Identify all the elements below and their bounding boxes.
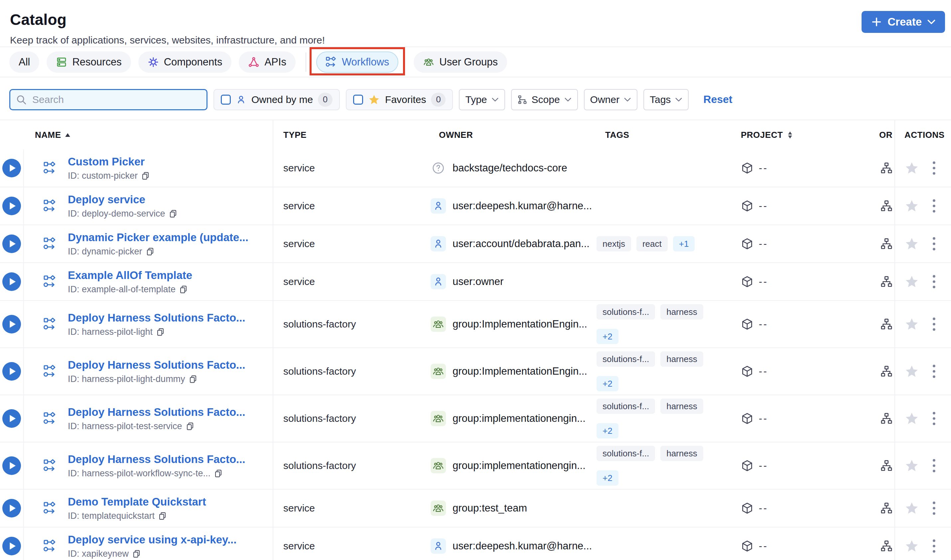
copy-id-icon[interactable] <box>179 285 188 294</box>
tags-dropdown[interactable]: Tags <box>644 89 689 110</box>
workflow-name-link[interactable]: Deploy Harness Solutions Facto... <box>68 358 245 372</box>
row-menu-icon[interactable] <box>932 539 936 553</box>
search-input[interactable] <box>32 94 201 106</box>
tag-more-pill[interactable]: +2 <box>596 470 619 486</box>
favorite-star-icon[interactable] <box>905 237 919 251</box>
favorites-checkbox[interactable] <box>353 95 363 105</box>
workflow-name-link[interactable]: Custom Picker <box>68 155 150 168</box>
workflow-id: ID: example-all-of-template <box>68 284 176 295</box>
workflow-name-link[interactable]: Deploy Harness Solutions Facto... <box>68 406 245 419</box>
copy-id-icon[interactable] <box>214 469 223 478</box>
scope-dropdown[interactable]: Scope <box>511 89 578 110</box>
run-workflow-button[interactable] <box>2 456 21 475</box>
type-value: service <box>283 276 315 287</box>
tag-more-pill[interactable]: +2 <box>596 423 619 438</box>
row-menu-icon[interactable] <box>932 501 936 515</box>
tab-components[interactable]: Components <box>138 51 232 73</box>
row-menu-icon[interactable] <box>932 275 936 289</box>
row-menu-icon[interactable] <box>932 237 936 251</box>
run-workflow-button[interactable] <box>2 499 21 517</box>
favorite-star-icon[interactable] <box>905 274 919 289</box>
workflow-name-link[interactable]: Deploy service <box>68 193 178 206</box>
row-menu-icon[interactable] <box>932 412 936 426</box>
org-hierarchy-icon[interactable] <box>880 502 893 514</box>
type-value: solutions-factory <box>283 460 356 471</box>
org-hierarchy-icon[interactable] <box>880 237 893 250</box>
row-menu-icon[interactable] <box>932 365 936 378</box>
copy-id-icon[interactable] <box>188 375 198 384</box>
favorite-star-icon[interactable] <box>905 198 919 213</box>
copy-id-icon[interactable] <box>132 549 141 558</box>
type-dropdown[interactable]: Type <box>459 89 505 110</box>
chevron-down-icon <box>564 97 571 102</box>
run-workflow-button[interactable] <box>2 272 21 291</box>
workflow-id: ID: deploy-demo-service <box>68 209 165 219</box>
tags-cell: nextjsreact+1 <box>596 236 695 251</box>
org-hierarchy-icon[interactable] <box>880 540 893 552</box>
org-hierarchy-icon[interactable] <box>880 275 893 288</box>
org-hierarchy-icon[interactable] <box>880 318 893 331</box>
project-cube-icon <box>741 237 753 250</box>
copy-id-icon[interactable] <box>168 209 178 218</box>
run-workflow-button[interactable] <box>2 409 21 428</box>
org-hierarchy-icon[interactable] <box>880 459 893 472</box>
tag-more-pill[interactable]: +1 <box>673 236 695 251</box>
copy-id-icon[interactable] <box>158 511 167 520</box>
row-menu-icon[interactable] <box>932 459 936 473</box>
row-menu-icon[interactable] <box>932 161 936 175</box>
run-workflow-button[interactable] <box>2 197 21 215</box>
workflow-name-link[interactable]: Demo Template Quickstart <box>68 495 206 509</box>
favorites-filter[interactable]: Favorites 0 <box>346 89 453 110</box>
favorite-star-icon[interactable] <box>905 364 919 378</box>
project-value: -- <box>759 162 768 174</box>
org-hierarchy-icon[interactable] <box>880 200 893 212</box>
copy-id-icon[interactable] <box>156 328 165 337</box>
tag-more-pill[interactable]: +2 <box>596 376 619 391</box>
copy-id-icon[interactable] <box>146 247 154 256</box>
favorite-star-icon[interactable] <box>905 161 919 175</box>
owner-value: user:owner <box>452 276 503 288</box>
favorite-star-icon[interactable] <box>905 411 919 426</box>
project-cube-icon <box>741 275 753 288</box>
run-workflow-button[interactable] <box>2 234 21 253</box>
favorite-star-icon[interactable] <box>905 317 919 331</box>
column-header-type: TYPE <box>273 120 427 149</box>
reset-filters-button[interactable]: Reset <box>703 93 732 106</box>
favorite-star-icon[interactable] <box>905 458 919 473</box>
run-workflow-button[interactable] <box>2 537 21 555</box>
workflow-name-link[interactable]: Deploy Harness Solutions Facto... <box>68 453 245 466</box>
owned-by-me-checkbox[interactable] <box>221 95 231 105</box>
row-menu-icon[interactable] <box>932 317 936 331</box>
workflow-name-link[interactable]: Deploy service using x-api-key... <box>68 533 236 546</box>
owner-dropdown[interactable]: Owner <box>584 89 638 110</box>
tab-resources[interactable]: Resources <box>46 51 131 73</box>
tab-user-groups[interactable]: User Groups <box>414 51 507 73</box>
run-workflow-button[interactable] <box>2 159 21 177</box>
favorite-star-icon[interactable] <box>905 539 919 553</box>
workflow-name-link[interactable]: Deploy Harness Solutions Facto... <box>68 311 245 325</box>
copy-id-icon[interactable] <box>185 422 195 431</box>
tab-apis[interactable]: APIs <box>239 51 295 73</box>
page-title: Catalog <box>10 11 942 29</box>
row-menu-icon[interactable] <box>932 199 936 213</box>
org-hierarchy-icon[interactable] <box>880 162 893 174</box>
tab-resources-label: Resources <box>72 56 121 68</box>
run-workflow-button[interactable] <box>2 315 21 334</box>
column-header-name[interactable]: NAME <box>24 120 273 149</box>
owned-by-me-filter[interactable]: Owned by me 0 <box>213 89 340 110</box>
tab-all[interactable]: All <box>9 51 39 73</box>
tag-more-pill[interactable]: +2 <box>596 329 619 344</box>
workflow-name-link[interactable]: Dynamic Picker example (update... <box>68 231 249 244</box>
favorite-star-icon[interactable] <box>905 501 919 515</box>
column-header-project[interactable]: PROJECT <box>736 120 878 149</box>
run-workflow-button[interactable] <box>2 362 21 381</box>
org-hierarchy-icon[interactable] <box>880 365 893 378</box>
workflow-name-link[interactable]: Example AllOf Template <box>68 269 192 282</box>
copy-id-icon[interactable] <box>141 171 150 180</box>
tag-pill: solutions-f... <box>596 351 655 367</box>
create-button[interactable]: Create <box>861 11 945 33</box>
owner-dropdown-label: Owner <box>590 94 619 105</box>
tab-workflows[interactable]: Workflows <box>316 51 398 73</box>
search-box[interactable] <box>9 89 207 110</box>
org-hierarchy-icon[interactable] <box>880 412 893 425</box>
